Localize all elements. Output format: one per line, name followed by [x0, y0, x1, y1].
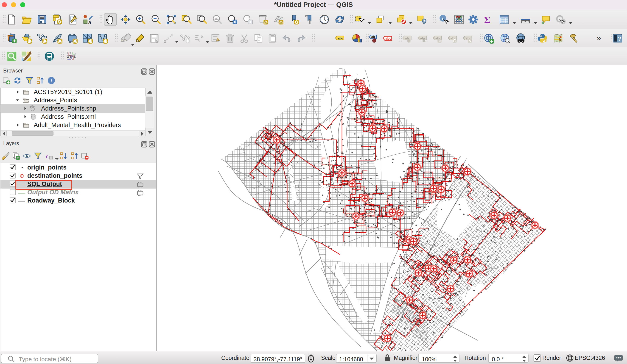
svg-text:i: i: [51, 78, 52, 83]
svg-text:ε: ε: [46, 153, 49, 160]
svg-text:a: a: [88, 19, 91, 25]
svg-text:ε: ε: [198, 37, 201, 43]
svg-text:abc: abc: [420, 36, 426, 40]
svg-text:1:1: 1:1: [214, 17, 219, 20]
svg-text:i: i: [442, 16, 443, 21]
svg-text:GTFS: GTFS: [66, 55, 76, 58]
svg-text:?: ?: [618, 36, 621, 42]
svg-text:ab: ab: [371, 35, 375, 39]
svg-text:abc: abc: [385, 37, 391, 40]
svg-text:abc: abc: [338, 36, 344, 40]
svg-text:Σ: Σ: [484, 14, 490, 25]
